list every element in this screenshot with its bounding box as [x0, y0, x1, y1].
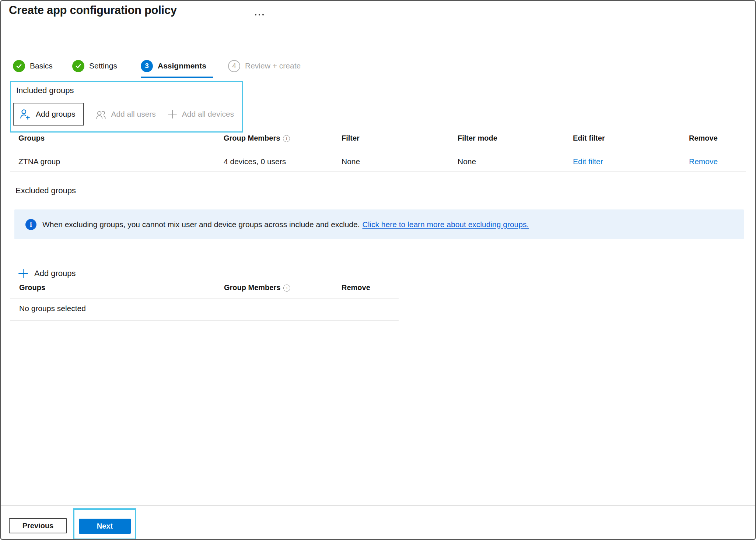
plus-icon	[167, 109, 178, 120]
excluded-add-groups-button[interactable]: Add groups	[18, 268, 76, 279]
people-icon	[95, 108, 107, 120]
filter-mode-cell: None	[458, 157, 573, 166]
edit-filter-link[interactable]: Edit filter	[573, 157, 603, 166]
group-members-cell: 4 devices, 0 users	[224, 157, 342, 166]
included-table-header: Groups Group Members Filter Filter mode …	[1, 134, 755, 142]
tab-assignments-label: Assignments	[158, 61, 206, 70]
tab-assignments[interactable]: 3 Assignments	[141, 60, 206, 72]
active-tab-underline	[141, 77, 213, 78]
add-all-devices-button[interactable]: Add all devices	[167, 109, 234, 120]
column-header-remove: Remove	[342, 283, 399, 292]
person-add-icon	[19, 108, 31, 120]
learn-more-link[interactable]: Click here to learn more about excluding…	[363, 220, 529, 229]
add-all-users-button[interactable]: Add all users	[95, 108, 155, 120]
column-header-groups: Groups	[18, 134, 224, 142]
plus-icon	[18, 268, 29, 279]
tab-settings-label: Settings	[89, 61, 117, 70]
group-name-cell: ZTNA group	[18, 157, 224, 166]
toolbar-separator	[89, 104, 89, 124]
more-options-icon[interactable]	[255, 14, 264, 15]
excluded-add-groups-label: Add groups	[34, 269, 76, 278]
add-all-users-label: Add all users	[111, 110, 155, 119]
column-header-filter-mode: Filter mode	[458, 134, 573, 142]
divider	[10, 171, 746, 172]
footer-divider	[1, 505, 755, 506]
info-banner-text: When excluding groups, you cannot mix us…	[42, 220, 360, 229]
included-groups-highlight-box: Included groups Add groups	[10, 81, 243, 133]
check-icon	[13, 60, 25, 72]
excluded-table-empty-row: No groups selected	[19, 304, 86, 313]
divider	[10, 149, 746, 149]
column-header-group-members: Group Members	[224, 283, 342, 292]
previous-button[interactable]: Previous	[9, 518, 67, 533]
included-groups-toolbar: Add groups Add all users	[13, 103, 234, 126]
divider	[10, 320, 399, 321]
info-icon[interactable]	[283, 135, 290, 142]
check-icon	[72, 60, 84, 72]
tab-review-create-label: Review + create	[245, 61, 301, 70]
add-groups-button[interactable]: Add groups	[13, 103, 84, 126]
info-banner: When excluding groups, you cannot mix us…	[14, 209, 744, 239]
excluded-groups-heading: Excluded groups	[15, 186, 76, 195]
included-table-row: ZTNA group 4 devices, 0 users None None …	[1, 152, 755, 171]
step-number-icon: 4	[228, 60, 240, 72]
tab-settings[interactable]: Settings	[72, 60, 117, 72]
page-title: Create app configuration policy	[9, 4, 177, 17]
step-number-icon: 3	[141, 60, 153, 72]
filter-cell: None	[342, 157, 458, 166]
tab-basics-label: Basics	[30, 61, 53, 70]
remove-link[interactable]: Remove	[689, 157, 718, 166]
add-all-devices-label: Add all devices	[182, 110, 234, 119]
column-header-filter: Filter	[342, 134, 458, 142]
tab-basics[interactable]: Basics	[13, 60, 53, 72]
column-header-group-members: Group Members	[224, 134, 342, 142]
excluded-table-header: Groups Group Members Remove	[1, 283, 399, 292]
column-header-remove: Remove	[689, 134, 755, 142]
included-groups-heading: Included groups	[16, 86, 74, 95]
column-header-groups: Groups	[19, 283, 224, 292]
tab-review-create[interactable]: 4 Review + create	[228, 60, 301, 72]
divider	[10, 298, 399, 299]
column-header-edit-filter: Edit filter	[573, 134, 689, 142]
add-groups-button-label: Add groups	[36, 110, 75, 119]
next-button[interactable]: Next	[79, 519, 131, 534]
info-icon	[25, 219, 36, 230]
info-icon[interactable]	[283, 285, 290, 292]
create-app-configuration-policy-page: Create app configuration policy Basics S…	[0, 0, 756, 540]
